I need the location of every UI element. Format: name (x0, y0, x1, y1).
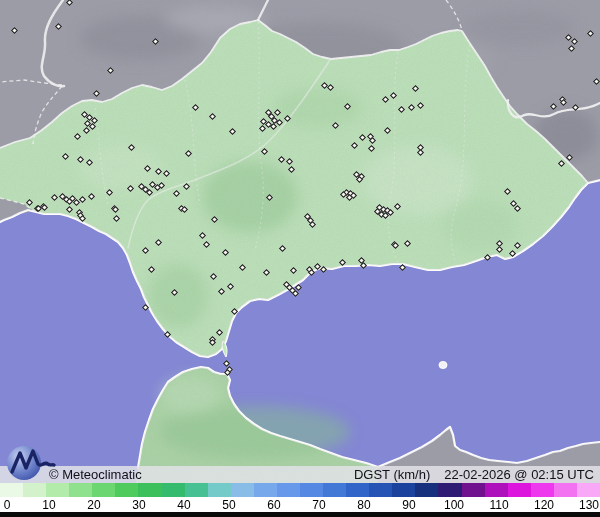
legend-color-segment (508, 483, 531, 497)
copyright-label: © Meteoclimatic (49, 466, 142, 483)
legend-color-segment (323, 483, 346, 497)
legend-tick-label: 0 (4, 498, 11, 512)
legend-color-segment (485, 483, 508, 497)
info-bar: © Meteoclimatic DGST (km/h)22-02-2026 @ … (0, 466, 600, 483)
legend-color-segment (531, 483, 554, 497)
legend-tick-label: 40 (177, 498, 190, 512)
legend-color-segment (254, 483, 277, 497)
legend-tick-label: 30 (132, 498, 145, 512)
legend-tick-label: 90 (402, 498, 415, 512)
legend-color-segment (346, 483, 369, 497)
map-area (0, 0, 600, 483)
legend-color-segment (23, 483, 46, 497)
legend-tick-label: 60 (267, 498, 280, 512)
weather-map-screenshot: © Meteoclimatic DGST (km/h)22-02-2026 @ … (0, 0, 600, 517)
legend-color-segment (277, 483, 300, 497)
legend-tick-label: 110 (489, 498, 508, 512)
metric-and-datetime: DGST (km/h)22-02-2026 @ 02:15 UTC (354, 466, 594, 483)
legend-tick-label: 120 (534, 498, 554, 512)
legend-color-segment (138, 483, 161, 497)
legend-tick-label: 20 (87, 498, 100, 512)
meteoclimatic-logo-icon (5, 443, 57, 483)
alboran-island (439, 362, 447, 369)
legend-color-segment (415, 483, 438, 497)
legend-tick-label: 50 (222, 498, 235, 512)
legend-color-segment (46, 483, 69, 497)
legend-color-segment (208, 483, 231, 497)
legend-color-segment (300, 483, 323, 497)
legend-tick-label: 10 (42, 498, 55, 512)
legend-color-segment (369, 483, 392, 497)
legend-color-segment (69, 483, 92, 497)
base-map (0, 0, 600, 483)
legend-ticks: 0102030405060708090100110120130 (0, 497, 600, 512)
legend-color-segment (462, 483, 485, 497)
legend-color-segment (162, 483, 185, 497)
legend-tick-label: 80 (357, 498, 370, 512)
legend-tick-label: 70 (312, 498, 325, 512)
legend-color-segment (438, 483, 461, 497)
legend-color-segment (185, 483, 208, 497)
legend-band (0, 483, 600, 497)
bottom-bar (0, 512, 600, 517)
legend-color-segment (231, 483, 254, 497)
legend-color-segment (0, 483, 23, 497)
legend-tick-label: 130 (579, 498, 599, 512)
legend-tick-label: 100 (444, 498, 464, 512)
metric-label: DGST (km/h) (354, 467, 430, 482)
legend-color-segment (554, 483, 577, 497)
legend-color-segment (115, 483, 138, 497)
datetime-label: 22-02-2026 @ 02:15 UTC (444, 467, 594, 482)
legend-color-segment (392, 483, 415, 497)
legend-color-segment (92, 483, 115, 497)
legend-color-segment (577, 483, 600, 497)
